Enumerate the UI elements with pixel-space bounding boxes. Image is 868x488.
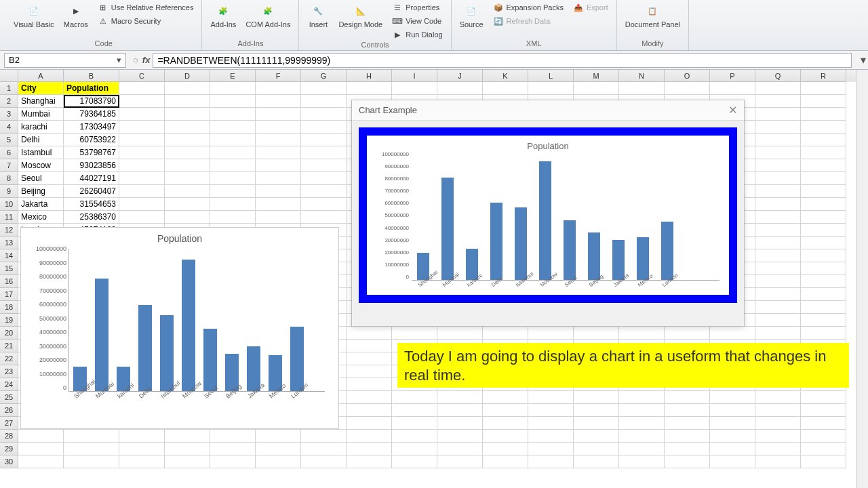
row-header[interactable]: 26 (0, 404, 18, 417)
cell[interactable] (619, 455, 665, 468)
cell[interactable] (801, 249, 846, 262)
cell[interactable] (119, 443, 165, 455)
cell[interactable] (755, 262, 801, 275)
cell[interactable] (301, 121, 347, 134)
cell[interactable] (119, 121, 165, 134)
cell[interactable] (210, 134, 256, 146)
cell[interactable] (619, 417, 665, 430)
cell[interactable] (574, 391, 619, 404)
cell[interactable] (801, 288, 846, 301)
cell[interactable] (392, 82, 437, 95)
cell[interactable] (210, 172, 256, 185)
cell[interactable] (437, 443, 483, 455)
cell[interactable] (710, 82, 755, 95)
cell[interactable]: Mexico (18, 211, 64, 224)
cell[interactable] (483, 455, 528, 468)
cell[interactable]: 60753922 (64, 134, 119, 146)
cell[interactable] (119, 134, 165, 146)
cell[interactable] (755, 82, 801, 95)
cell[interactable] (710, 327, 755, 340)
cell[interactable] (210, 211, 256, 224)
cell[interactable] (392, 327, 437, 340)
cell[interactable]: karachi (18, 121, 64, 134)
row-header[interactable]: 30 (0, 455, 18, 468)
cell[interactable] (165, 82, 210, 95)
cell[interactable] (574, 404, 619, 417)
column-header[interactable]: P (710, 70, 755, 82)
cell[interactable] (256, 172, 301, 185)
cell[interactable] (301, 211, 347, 224)
cell[interactable] (301, 159, 347, 172)
cell[interactable] (665, 417, 710, 430)
column-header[interactable]: D (165, 70, 210, 82)
column-header[interactable]: E (210, 70, 256, 82)
cell[interactable] (483, 404, 528, 417)
cell[interactable] (119, 159, 165, 172)
column-header[interactable]: H (347, 70, 392, 82)
cell[interactable] (301, 430, 347, 443)
cell[interactable] (755, 134, 801, 146)
row-header[interactable]: 21 (0, 340, 18, 352)
column-header[interactable]: O (665, 70, 710, 82)
cell[interactable] (801, 82, 846, 95)
run-dialog-button[interactable]: ▶Run Dialog (389, 28, 445, 41)
select-all-corner[interactable] (0, 70, 18, 82)
row-header[interactable]: 2 (0, 95, 18, 108)
cell[interactable]: Moscow (18, 159, 64, 172)
cell[interactable] (619, 82, 665, 95)
macro-security-button[interactable]: ⚠Macro Security (95, 15, 197, 27)
row-header[interactable]: 28 (0, 430, 18, 443)
cell[interactable] (119, 211, 165, 224)
cell[interactable]: City (18, 82, 64, 95)
cell[interactable] (210, 198, 256, 211)
cell[interactable] (619, 327, 665, 340)
cell[interactable] (119, 172, 165, 185)
cell[interactable] (710, 430, 755, 443)
cell[interactable] (755, 249, 801, 262)
cell[interactable] (801, 172, 846, 185)
cell[interactable]: 25386370 (64, 211, 119, 224)
column-header[interactable]: C (119, 70, 165, 82)
cell[interactable] (165, 108, 210, 121)
cell[interactable] (528, 391, 574, 404)
row-header[interactable]: 9 (0, 185, 18, 198)
cell[interactable] (801, 134, 846, 146)
cell[interactable] (256, 211, 301, 224)
cell[interactable] (392, 430, 437, 443)
cell[interactable] (165, 185, 210, 198)
cell[interactable] (801, 262, 846, 275)
cell[interactable] (801, 430, 846, 443)
cell[interactable] (437, 455, 483, 468)
cell[interactable] (256, 82, 301, 95)
cell[interactable] (801, 198, 846, 211)
column-header[interactable]: N (619, 70, 665, 82)
cell[interactable] (210, 82, 256, 95)
cell[interactable] (483, 417, 528, 430)
cell[interactable] (165, 159, 210, 172)
cell[interactable] (619, 391, 665, 404)
cell[interactable] (301, 443, 347, 455)
vertical-scrollbar[interactable] (856, 70, 868, 488)
userform-dialog[interactable]: Chart Example ✕ Population 1000000009000… (351, 100, 745, 327)
cell[interactable] (665, 455, 710, 468)
cell[interactable] (437, 404, 483, 417)
cell[interactable] (801, 121, 846, 134)
row-header[interactable]: 7 (0, 159, 18, 172)
cell[interactable] (528, 82, 574, 95)
cell[interactable] (301, 172, 347, 185)
row-header[interactable]: 19 (0, 314, 18, 327)
document-panel-button[interactable]: 📋Document Panel (623, 1, 683, 39)
cell[interactable] (483, 443, 528, 455)
column-header[interactable]: L (528, 70, 574, 82)
userform-titlebar[interactable]: Chart Example ✕ (352, 100, 744, 121)
column-header[interactable]: R (801, 70, 846, 82)
cell[interactable] (165, 198, 210, 211)
row-header[interactable]: 11 (0, 211, 18, 224)
cell[interactable] (119, 198, 165, 211)
cell[interactable] (347, 391, 392, 404)
cell[interactable] (483, 391, 528, 404)
cell[interactable] (665, 391, 710, 404)
cell[interactable] (18, 455, 64, 468)
cell[interactable] (528, 417, 574, 430)
cell[interactable] (210, 95, 256, 108)
